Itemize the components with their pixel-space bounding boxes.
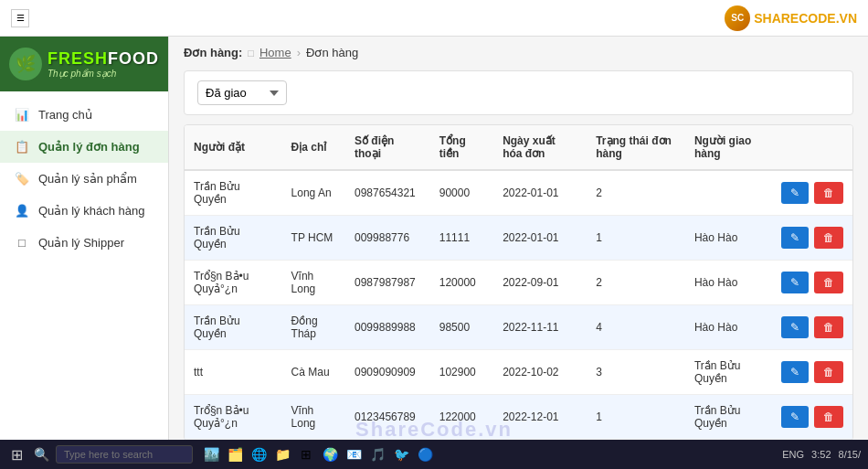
orders-icon: 📋 [15,140,29,154]
taskbar-app-icon-1[interactable]: 🏙️ [202,445,220,464]
delete-button[interactable]: 🗑 [814,182,843,204]
taskbar-app-icon-3[interactable]: 🌐 [249,445,268,464]
col-header-name: Người đặt [185,125,282,170]
cell-actions: ✎ 🗑 [772,170,852,216]
sidebar-item-dashboard[interactable]: 📊 Trang chủ [0,99,168,131]
col-header-address: Địa chỉ [282,125,345,170]
taskbar-app-icon-8[interactable]: 🎵 [368,445,386,464]
table-row: Trổ§n Bả•u Quyả°¿n Vĩnh Long 0987987987 … [185,261,852,305]
shippers-icon: □ [15,236,29,250]
col-header-status: Trạng thái đơn hàng [587,125,685,170]
content-wrapper: Đơn hàng: □ Home › Đơn hàng Tất cả Chờ x… [169,37,868,440]
breadcrumb-current: Đơn hàng [306,46,358,59]
col-header-actions [772,125,852,170]
cell-phone: 0909090909 [345,350,430,395]
cell-phone: 0123456789 [345,395,430,440]
taskbar-app-icon-9[interactable]: 🐦 [392,445,410,464]
taskbar-time: 3:52 [811,449,831,460]
breadcrumb-arrow: › [297,46,301,59]
col-header-date: Ngày xuất hóa đơn [493,125,587,170]
cell-shipper: Trần Bửu Quyền [685,350,772,395]
cell-shipper: Hào Hào [685,305,772,350]
cell-date: 2022-10-02 [493,350,587,395]
taskbar-app-icon-4[interactable]: 📁 [273,445,291,464]
taskbar-app-icon-10[interactable]: 🔵 [416,445,434,464]
cell-shipper: Hào Hào [685,216,772,261]
cell-date: 2022-12-01 [493,395,587,440]
taskbar-app-icon-5[interactable]: ⊞ [297,445,315,464]
cell-status: 2 [587,170,685,216]
cell-status: 2 [587,261,685,305]
content-area: Đơn hàng: □ Home › Đơn hàng Tất cả Chờ x… [169,37,868,440]
sharecode-brand: SHARECODE.VN [754,11,857,26]
cell-total: 102900 [430,350,493,395]
edit-button[interactable]: ✎ [781,406,809,428]
cell-total: 90000 [430,170,493,216]
sidebar-item-products[interactable]: 🏷️ Quản lý sản phẩm [0,163,168,195]
cell-date: 2022-09-01 [493,261,587,305]
top-bar-left: ☰ [11,9,29,27]
edit-button[interactable]: ✎ [781,361,809,383]
sidebar-nav: 📊 Trang chủ 📋 Quản lý đơn hàng 🏷️ Quản l… [0,91,168,440]
col-header-shipper: Người giao hàng [685,125,772,170]
edit-button[interactable]: ✎ [781,316,809,338]
status-filter-select[interactable]: Tất cả Chờ xử lý Đang giao Đã giao Đã hủ… [197,80,287,105]
sidebar-item-orders[interactable]: 📋 Quản lý đơn hàng [0,131,168,163]
products-icon: 🏷️ [15,172,29,186]
edit-button[interactable]: ✎ [781,227,809,249]
cell-total: 98500 [430,305,493,350]
cell-shipper: Hào Hào [685,261,772,305]
taskbar-app-icon-2[interactable]: 🗂️ [226,445,244,464]
menu-toggle-icon[interactable]: ☰ [11,9,29,27]
taskbar-language: ENG [782,449,804,460]
cell-name: Trần Bửu Quyền [185,170,282,216]
cell-name: ttt [185,350,282,395]
filter-bar: Tất cả Chờ xử lý Đang giao Đã giao Đã hủ… [184,70,853,115]
sidebar-item-orders-label: Quản lý đơn hàng [38,140,140,154]
sidebar-item-shippers[interactable]: □ Quản lý Shipper [0,227,168,259]
top-bar: ☰ SC SHARECODE.VN [0,0,868,37]
search-icon: 🔍 [32,445,50,464]
sidebar-logo: 🌿 FRESHFOOD Thực phẩm sạch [0,37,168,91]
cell-date: 2022-01-01 [493,170,587,216]
taskbar-search-input[interactable] [56,445,193,464]
orders-table-wrapper: Người đặt Địa chỉ Số điện thoại Tổng tiề… [184,124,853,440]
cell-actions: ✎ 🗑 [772,261,852,305]
cell-date: 2022-11-11 [493,305,587,350]
delete-button[interactable]: 🗑 [814,316,843,338]
cell-actions: ✎ 🗑 [772,216,852,261]
table-row: ttt Cà Mau 0909090909 102900 2022-10-02 … [185,350,852,395]
delete-button[interactable]: 🗑 [814,406,843,428]
taskbar-app-icon-6[interactable]: 🌍 [321,445,339,464]
cell-address: Đồng Tháp [282,305,345,350]
cell-address: TP HCM [282,216,345,261]
taskbar-app-icon-7[interactable]: 📧 [344,445,363,464]
breadcrumb: Đơn hàng: □ Home › Đơn hàng [184,46,853,59]
cell-total: 120000 [430,261,493,305]
cell-phone: 0987987987 [345,261,430,305]
sidebar-item-customers[interactable]: 👤 Quản lý khách hàng [0,195,168,227]
sharecode-logo-icon: SC [725,5,750,31]
delete-button[interactable]: 🗑 [814,272,843,293]
cell-phone: 0099889988 [345,305,430,350]
table-row: Trần Bửu Quyền Long An 0987654321 90000 … [185,170,852,216]
cell-status: 3 [587,350,685,395]
edit-button[interactable]: ✎ [781,182,809,204]
sharecode-logo: SC SHARECODE.VN [725,5,857,31]
sidebar-item-customers-label: Quản lý khách hàng [38,204,144,218]
delete-button[interactable]: 🗑 [814,227,843,249]
taskbar-left: ⊞ 🔍 🏙️ 🗂️ 🌐 📁 ⊞ 🌍 📧 🎵 🐦 🔵 [7,444,434,465]
windows-start-button[interactable]: ⊞ [7,444,26,465]
logo-leaf-icon: 🌿 [9,48,42,80]
cell-total: 122000 [430,395,493,440]
orders-table: Người đặt Địa chỉ Số điện thoại Tổng tiề… [185,125,852,440]
edit-button[interactable]: ✎ [781,272,809,293]
cell-name: Trổ§n Bả•u Quyả°¿n [185,395,282,440]
taskbar: ⊞ 🔍 🏙️ 🗂️ 🌐 📁 ⊞ 🌍 📧 🎵 🐦 🔵 ENG 3:52 8/15/ [0,440,868,469]
taskbar-right: ENG 3:52 8/15/ [782,449,861,460]
breadcrumb-home[interactable]: Home [259,46,291,59]
breadcrumb-title: Đơn hàng: [184,46,242,59]
delete-button[interactable]: 🗑 [814,361,843,383]
cell-actions: ✎ 🗑 [772,305,852,350]
cell-name: Trổ§n Bả•u Quyả°¿n [185,261,282,305]
